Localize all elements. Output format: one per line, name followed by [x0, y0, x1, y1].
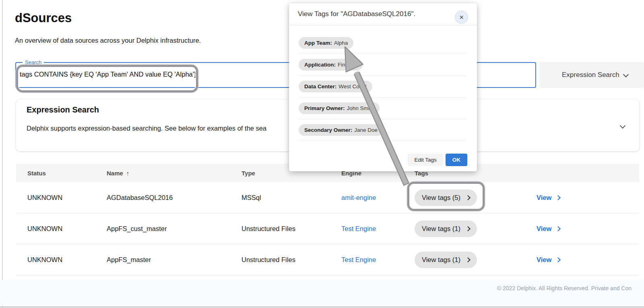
- view-link[interactable]: View: [537, 256, 560, 264]
- app-window: dSources An overview of data sources acr…: [0, 0, 644, 308]
- footer-band: [0, 280, 644, 306]
- engine-link[interactable]: amit-engine: [341, 194, 376, 201]
- page-subtitle: An overview of data sources across your …: [15, 37, 201, 44]
- window-left-edge: [2, 0, 3, 308]
- modal-title: View Tags for "AGDatabaseSQL2016".: [298, 3, 415, 25]
- name-cell: AppFS_cust_master: [107, 225, 242, 233]
- dsources-table: Status Name↑ Type Engine Tags UNKNOWN AG…: [16, 164, 639, 275]
- tag-pill: Application:Finance: [299, 59, 363, 71]
- search-mode-dropdown[interactable]: Expression Search: [539, 62, 644, 88]
- modal-header: View Tags for "AGDatabaseSQL2016". ×: [289, 3, 477, 25]
- tag-list-item: App Team:Alpha: [299, 32, 467, 54]
- ok-button[interactable]: OK: [446, 154, 467, 166]
- expression-search-description: Delphix supports expression-based search…: [27, 125, 266, 132]
- text-caret: [196, 71, 197, 79]
- modal-tag-list: App Team:Alpha Application:Finance Data …: [289, 25, 477, 141]
- tag-pill: Primary Owner:John Smith: [299, 102, 380, 114]
- page-title: dSources: [15, 11, 72, 25]
- window-bottom-edge: [0, 306, 644, 308]
- tag-list-item: Data Center:West Coast: [299, 76, 467, 98]
- close-icon[interactable]: ×: [455, 10, 468, 24]
- type-cell: Unstructured Files: [242, 256, 341, 264]
- tag-list-item: Primary Owner:John Smith: [299, 98, 467, 119]
- status-cell: UNKNOWN: [27, 256, 107, 264]
- type-cell: MSSql: [242, 194, 341, 202]
- footer-copyright: © 2022 Delphix. All Rights Reserved. Pri…: [497, 285, 632, 291]
- chevron-right-icon: [465, 257, 471, 262]
- table-row: UNKNOWN AppFS_master Unstructured Files …: [16, 244, 639, 275]
- search-input-value: tags CONTAINS {key EQ 'App Team' AND val…: [20, 71, 197, 79]
- sort-ascending-icon: ↑: [126, 170, 130, 177]
- collapse-panel-button[interactable]: [619, 121, 626, 131]
- search-mode-selected-value: Expression Search: [539, 71, 619, 79]
- tag-list-item: Application:Finance: [299, 54, 467, 76]
- table-row: UNKNOWN AGDatabaseSQL2016 MSSql amit-eng…: [16, 182, 639, 213]
- column-header-name[interactable]: Name↑: [107, 170, 242, 177]
- tag-pill: App Team:Alpha: [299, 37, 353, 49]
- chevron-down-icon: [623, 72, 629, 77]
- search-input-label: Search: [23, 59, 44, 65]
- chevron-right-icon: [555, 195, 561, 200]
- column-header-status[interactable]: Status: [27, 170, 107, 177]
- view-tags-modal: View Tags for "AGDatabaseSQL2016". × App…: [289, 3, 477, 171]
- tag-list-item: Secondary Owner:Jane Doe: [299, 119, 467, 141]
- chevron-right-icon: [465, 226, 471, 231]
- name-cell: AppFS_master: [107, 256, 242, 264]
- status-cell: UNKNOWN: [27, 194, 107, 202]
- tag-pill: Secondary Owner:Jane Doe: [299, 124, 383, 136]
- view-link[interactable]: View: [537, 194, 560, 202]
- expression-search-heading: Expression Search: [27, 105, 99, 114]
- chevron-right-icon: [555, 257, 561, 262]
- tag-pill: Data Center:West Coast: [299, 81, 372, 92]
- table-row: UNKNOWN AppFS_cust_master Unstructured F…: [16, 213, 639, 244]
- name-cell: AGDatabaseSQL2016: [107, 194, 242, 202]
- view-tags-button[interactable]: View tags (1): [415, 252, 477, 268]
- modal-footer: Edit Tags OK: [408, 154, 467, 166]
- engine-link[interactable]: Test Engine: [341, 256, 376, 263]
- edit-tags-button[interactable]: Edit Tags: [408, 154, 443, 166]
- view-tags-button[interactable]: View tags (1): [415, 221, 477, 237]
- view-link[interactable]: View: [537, 225, 560, 233]
- chevron-down-icon: [620, 123, 625, 129]
- view-tags-button[interactable]: View tags (5): [415, 189, 477, 206]
- engine-link[interactable]: Test Engine: [341, 225, 376, 232]
- type-cell: Unstructured Files: [242, 225, 341, 233]
- status-cell: UNKNOWN: [27, 225, 107, 233]
- chevron-right-icon: [555, 226, 561, 231]
- chevron-right-icon: [465, 195, 471, 200]
